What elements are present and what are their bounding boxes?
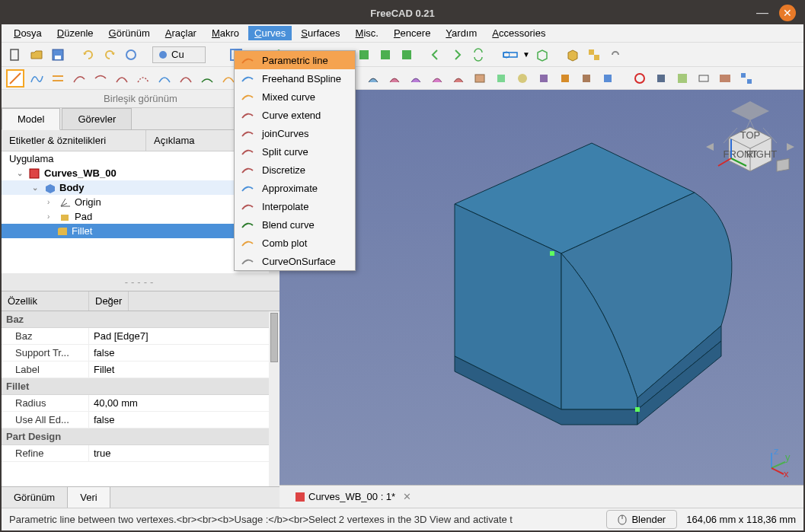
surf1-icon[interactable] [364, 69, 382, 88]
join-icon[interactable] [91, 69, 110, 88]
menu-misc.[interactable]: Misc. [350, 26, 385, 40]
left-icon[interactable] [398, 46, 416, 64]
nav-cube[interactable]: TOP FRONT RIGHT [704, 97, 796, 196]
menuitem-freehand-bspline[interactable]: Freehand BSpline [235, 69, 355, 88]
tab-tasks[interactable]: Görevler [62, 108, 132, 129]
measure-icon[interactable] [501, 46, 519, 64]
parametric-line-icon[interactable] [6, 69, 24, 88]
misc3-icon[interactable] [673, 69, 692, 88]
svg-rect-13 [503, 53, 517, 57]
undo-icon[interactable] [79, 46, 97, 64]
3d-viewport[interactable]: TOP FRONT RIGHT z [280, 90, 803, 508]
box-icon[interactable] [533, 46, 551, 64]
menu-makro[interactable]: Makro [206, 26, 245, 40]
svg-point-3 [126, 50, 136, 59]
surf5-icon[interactable] [449, 69, 468, 88]
surf8-icon[interactable] [513, 69, 532, 88]
panel-divider[interactable]: ----- [2, 273, 280, 291]
prop-group: Part Design [2, 428, 280, 445]
refresh-icon[interactable] [122, 46, 140, 64]
surf10-icon[interactable] [556, 69, 574, 88]
link-icon[interactable] [606, 46, 625, 64]
approximate-icon[interactable] [155, 69, 174, 88]
prop-row[interactable]: Radius40,00 mm [2, 395, 280, 412]
nav-style-button[interactable]: Blender [606, 510, 677, 529]
surf6-icon[interactable] [471, 69, 489, 88]
menu-yardım[interactable]: Yardım [439, 26, 483, 40]
menu-curves[interactable]: Curves [248, 26, 292, 40]
menuitem-split-curve[interactable]: Split curve [235, 142, 355, 161]
redo-icon[interactable] [101, 46, 119, 64]
menu-araçlar[interactable]: Araçlar [159, 26, 203, 40]
prop-row[interactable]: Support Tr...false [2, 345, 280, 362]
menuitem-comb-plot[interactable]: Comb plot [235, 234, 355, 252]
misc2-icon[interactable] [652, 69, 670, 88]
tree-header-labels: Etiketler & öznitelikleri [2, 130, 146, 151]
svg-text:TOP: TOP [740, 129, 761, 141]
svg-rect-26 [657, 75, 665, 82]
surf11-icon[interactable] [577, 69, 596, 88]
menu-surfaces[interactable]: Surfaces [295, 26, 346, 40]
menuitem-curveonsurface[interactable]: CurveOnSurface [235, 252, 355, 270]
surf2-icon[interactable] [385, 69, 404, 88]
discretize-icon[interactable] [134, 69, 152, 88]
doc-tab[interactable]: Curves_WB_00 : 1* ✕ [287, 488, 419, 505]
blend-icon[interactable] [198, 69, 216, 88]
interpolate-icon[interactable] [177, 69, 195, 88]
mixed-curve-icon[interactable] [49, 69, 67, 88]
surf3-icon[interactable] [407, 69, 425, 88]
sync-icon[interactable] [469, 46, 487, 64]
svg-rect-27 [678, 74, 687, 83]
file-save-icon[interactable] [49, 46, 67, 64]
menuitem-mixed-curve[interactable]: Mixed curve [235, 88, 355, 106]
prop-row[interactable]: BazPad [Edge7] [2, 328, 280, 345]
tab-model[interactable]: Model [2, 108, 60, 130]
close-doc-icon[interactable]: ✕ [403, 491, 411, 502]
split-icon[interactable] [113, 69, 131, 88]
prop-row[interactable]: Use All Ed...false [2, 412, 280, 428]
svg-rect-12 [402, 50, 411, 59]
surf7-icon[interactable] [492, 69, 510, 88]
misc5-icon[interactable] [716, 69, 734, 88]
surf12-icon[interactable] [599, 69, 617, 88]
minimize-button[interactable]: — [756, 6, 768, 20]
menu-accessories[interactable]: Accessories [486, 26, 551, 40]
menuitem-discretize[interactable]: Discretize [235, 161, 355, 179]
svg-rect-22 [561, 75, 569, 82]
rear-icon[interactable] [355, 46, 373, 64]
menu-pencere[interactable]: Pencere [388, 26, 436, 40]
group-icon[interactable] [585, 46, 603, 64]
misc4-icon[interactable] [695, 69, 713, 88]
extend-icon[interactable] [70, 69, 88, 88]
bottom-icon[interactable] [376, 46, 395, 64]
bspline-icon[interactable] [27, 69, 46, 88]
menuitem-joincurves[interactable]: joinCurves [235, 124, 355, 142]
part-icon[interactable] [564, 46, 582, 64]
file-new-icon[interactable] [6, 46, 24, 64]
prop-row[interactable]: LabelFillet [2, 362, 280, 378]
menuitem-curve-extend[interactable]: Curve extend [235, 106, 355, 124]
misc6-icon[interactable] [737, 69, 755, 88]
nav-prev-icon[interactable] [426, 46, 445, 64]
file-open-icon[interactable] [27, 46, 46, 64]
prop-row[interactable]: Refinetrue [2, 445, 280, 462]
surf9-icon[interactable] [535, 69, 553, 88]
bottab-view[interactable]: Görünüm [2, 487, 68, 508]
menu-görünüm[interactable]: Görünüm [103, 26, 156, 40]
close-button[interactable]: ✕ [779, 5, 796, 21]
prop-scrollbar[interactable] [269, 311, 280, 486]
surf4-icon[interactable] [428, 69, 446, 88]
menuitem-approximate[interactable]: Approximate [235, 179, 355, 197]
menuitem-blend-curve[interactable]: Blend curve [235, 215, 355, 234]
misc1-icon[interactable] [631, 69, 649, 88]
prop-body[interactable]: BazBazPad [Edge7]Support Tr...falseLabel… [2, 311, 280, 486]
prop-group: Fillet [2, 378, 280, 395]
menu-düzenle[interactable]: Düzenle [51, 26, 100, 40]
bottab-data[interactable]: Veri [68, 487, 110, 508]
menuitem-parametric-line[interactable]: Parametric line [235, 51, 355, 69]
nav-next-icon[interactable] [448, 46, 466, 64]
menuitem-interpolate[interactable]: Interpolate [235, 197, 355, 215]
workbench-selector[interactable]: Cu [152, 46, 206, 63]
menu-dosya[interactable]: Dosya [8, 26, 48, 40]
svg-rect-35 [635, 407, 640, 412]
